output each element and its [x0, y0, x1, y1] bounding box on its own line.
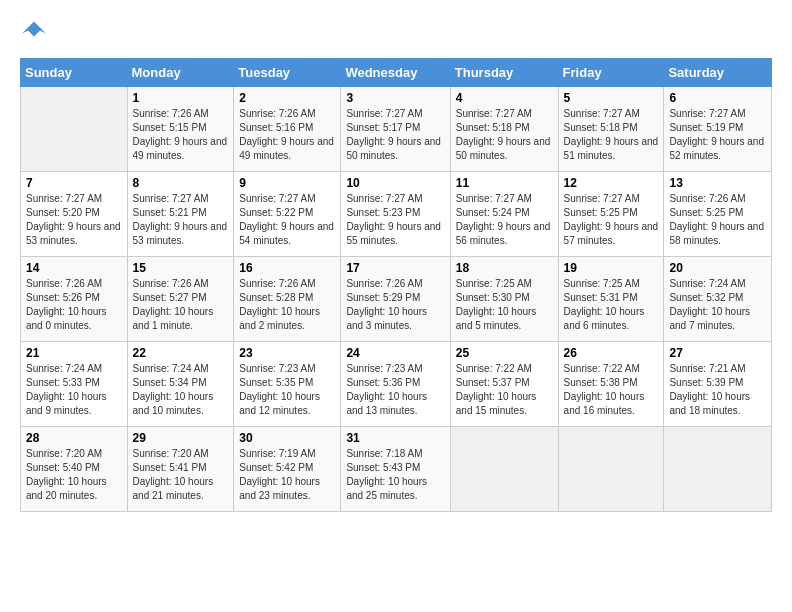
day-info: Sunrise: 7:22 AM Sunset: 5:37 PM Dayligh… [456, 362, 553, 418]
calendar-cell: 28 Sunrise: 7:20 AM Sunset: 5:40 PM Dayl… [21, 427, 128, 512]
sunrise-text: Sunrise: 7:24 AM [26, 363, 102, 374]
daylight-text: Daylight: 10 hours and 25 minutes. [346, 476, 427, 501]
daylight-text: Daylight: 9 hours and 56 minutes. [456, 221, 551, 246]
day-info: Sunrise: 7:27 AM Sunset: 5:18 PM Dayligh… [564, 107, 659, 163]
sunrise-text: Sunrise: 7:23 AM [346, 363, 422, 374]
calendar-cell: 22 Sunrise: 7:24 AM Sunset: 5:34 PM Dayl… [127, 342, 234, 427]
day-number: 16 [239, 261, 335, 275]
calendar-cell: 6 Sunrise: 7:27 AM Sunset: 5:19 PM Dayli… [664, 87, 772, 172]
sunset-text: Sunset: 5:23 PM [346, 207, 420, 218]
day-info: Sunrise: 7:26 AM Sunset: 5:16 PM Dayligh… [239, 107, 335, 163]
day-number: 24 [346, 346, 444, 360]
weekday-header-wednesday: Wednesday [341, 59, 450, 87]
day-number: 15 [133, 261, 229, 275]
sunset-text: Sunset: 5:33 PM [26, 377, 100, 388]
sunrise-text: Sunrise: 7:27 AM [564, 193, 640, 204]
calendar-cell: 3 Sunrise: 7:27 AM Sunset: 5:17 PM Dayli… [341, 87, 450, 172]
sunset-text: Sunset: 5:20 PM [26, 207, 100, 218]
day-info: Sunrise: 7:27 AM Sunset: 5:25 PM Dayligh… [564, 192, 659, 248]
day-number: 20 [669, 261, 766, 275]
sunset-text: Sunset: 5:18 PM [564, 122, 638, 133]
page-header [20, 20, 772, 48]
sunrise-text: Sunrise: 7:26 AM [239, 108, 315, 119]
sunset-text: Sunset: 5:26 PM [26, 292, 100, 303]
sunset-text: Sunset: 5:25 PM [564, 207, 638, 218]
calendar-cell: 23 Sunrise: 7:23 AM Sunset: 5:35 PM Dayl… [234, 342, 341, 427]
calendar-cell: 21 Sunrise: 7:24 AM Sunset: 5:33 PM Dayl… [21, 342, 128, 427]
calendar-cell: 11 Sunrise: 7:27 AM Sunset: 5:24 PM Dayl… [450, 172, 558, 257]
daylight-text: Daylight: 9 hours and 50 minutes. [346, 136, 441, 161]
daylight-text: Daylight: 10 hours and 1 minute. [133, 306, 214, 331]
weekday-header-sunday: Sunday [21, 59, 128, 87]
day-number: 12 [564, 176, 659, 190]
calendar-cell: 20 Sunrise: 7:24 AM Sunset: 5:32 PM Dayl… [664, 257, 772, 342]
day-number: 5 [564, 91, 659, 105]
daylight-text: Daylight: 9 hours and 49 minutes. [239, 136, 334, 161]
calendar-cell: 16 Sunrise: 7:26 AM Sunset: 5:28 PM Dayl… [234, 257, 341, 342]
day-number: 18 [456, 261, 553, 275]
sunrise-text: Sunrise: 7:27 AM [346, 108, 422, 119]
day-number: 2 [239, 91, 335, 105]
sunset-text: Sunset: 5:18 PM [456, 122, 530, 133]
day-number: 17 [346, 261, 444, 275]
calendar-cell: 30 Sunrise: 7:19 AM Sunset: 5:42 PM Dayl… [234, 427, 341, 512]
calendar-cell: 17 Sunrise: 7:26 AM Sunset: 5:29 PM Dayl… [341, 257, 450, 342]
sunrise-text: Sunrise: 7:20 AM [26, 448, 102, 459]
sunset-text: Sunset: 5:30 PM [456, 292, 530, 303]
daylight-text: Daylight: 10 hours and 12 minutes. [239, 391, 320, 416]
day-info: Sunrise: 7:21 AM Sunset: 5:39 PM Dayligh… [669, 362, 766, 418]
day-info: Sunrise: 7:26 AM Sunset: 5:27 PM Dayligh… [133, 277, 229, 333]
sunset-text: Sunset: 5:27 PM [133, 292, 207, 303]
daylight-text: Daylight: 10 hours and 3 minutes. [346, 306, 427, 331]
sunrise-text: Sunrise: 7:27 AM [564, 108, 640, 119]
sunrise-text: Sunrise: 7:26 AM [133, 278, 209, 289]
day-number: 10 [346, 176, 444, 190]
calendar-week-2: 7 Sunrise: 7:27 AM Sunset: 5:20 PM Dayli… [21, 172, 772, 257]
day-number: 3 [346, 91, 444, 105]
sunrise-text: Sunrise: 7:26 AM [26, 278, 102, 289]
sunrise-text: Sunrise: 7:27 AM [346, 193, 422, 204]
day-number: 28 [26, 431, 122, 445]
sunset-text: Sunset: 5:36 PM [346, 377, 420, 388]
day-info: Sunrise: 7:26 AM Sunset: 5:29 PM Dayligh… [346, 277, 444, 333]
day-info: Sunrise: 7:19 AM Sunset: 5:42 PM Dayligh… [239, 447, 335, 503]
day-number: 11 [456, 176, 553, 190]
daylight-text: Daylight: 9 hours and 55 minutes. [346, 221, 441, 246]
sunset-text: Sunset: 5:19 PM [669, 122, 743, 133]
day-info: Sunrise: 7:25 AM Sunset: 5:31 PM Dayligh… [564, 277, 659, 333]
day-number: 25 [456, 346, 553, 360]
calendar-cell [558, 427, 664, 512]
sunset-text: Sunset: 5:31 PM [564, 292, 638, 303]
weekday-header-saturday: Saturday [664, 59, 772, 87]
sunset-text: Sunset: 5:42 PM [239, 462, 313, 473]
day-info: Sunrise: 7:27 AM Sunset: 5:20 PM Dayligh… [26, 192, 122, 248]
calendar-week-5: 28 Sunrise: 7:20 AM Sunset: 5:40 PM Dayl… [21, 427, 772, 512]
day-number: 26 [564, 346, 659, 360]
day-info: Sunrise: 7:23 AM Sunset: 5:36 PM Dayligh… [346, 362, 444, 418]
calendar-cell: 15 Sunrise: 7:26 AM Sunset: 5:27 PM Dayl… [127, 257, 234, 342]
calendar-cell: 19 Sunrise: 7:25 AM Sunset: 5:31 PM Dayl… [558, 257, 664, 342]
sunset-text: Sunset: 5:29 PM [346, 292, 420, 303]
sunset-text: Sunset: 5:39 PM [669, 377, 743, 388]
daylight-text: Daylight: 10 hours and 20 minutes. [26, 476, 107, 501]
daylight-text: Daylight: 10 hours and 16 minutes. [564, 391, 645, 416]
sunrise-text: Sunrise: 7:26 AM [133, 108, 209, 119]
daylight-text: Daylight: 9 hours and 54 minutes. [239, 221, 334, 246]
daylight-text: Daylight: 10 hours and 13 minutes. [346, 391, 427, 416]
daylight-text: Daylight: 9 hours and 53 minutes. [133, 221, 228, 246]
daylight-text: Daylight: 10 hours and 6 minutes. [564, 306, 645, 331]
day-info: Sunrise: 7:25 AM Sunset: 5:30 PM Dayligh… [456, 277, 553, 333]
daylight-text: Daylight: 10 hours and 23 minutes. [239, 476, 320, 501]
sunrise-text: Sunrise: 7:26 AM [239, 278, 315, 289]
weekday-header-tuesday: Tuesday [234, 59, 341, 87]
daylight-text: Daylight: 10 hours and 18 minutes. [669, 391, 750, 416]
daylight-text: Daylight: 10 hours and 15 minutes. [456, 391, 537, 416]
sunrise-text: Sunrise: 7:18 AM [346, 448, 422, 459]
daylight-text: Daylight: 10 hours and 5 minutes. [456, 306, 537, 331]
sunrise-text: Sunrise: 7:19 AM [239, 448, 315, 459]
weekday-header-row: SundayMondayTuesdayWednesdayThursdayFrid… [21, 59, 772, 87]
daylight-text: Daylight: 10 hours and 0 minutes. [26, 306, 107, 331]
calendar-cell: 10 Sunrise: 7:27 AM Sunset: 5:23 PM Dayl… [341, 172, 450, 257]
sunrise-text: Sunrise: 7:23 AM [239, 363, 315, 374]
day-info: Sunrise: 7:27 AM Sunset: 5:18 PM Dayligh… [456, 107, 553, 163]
